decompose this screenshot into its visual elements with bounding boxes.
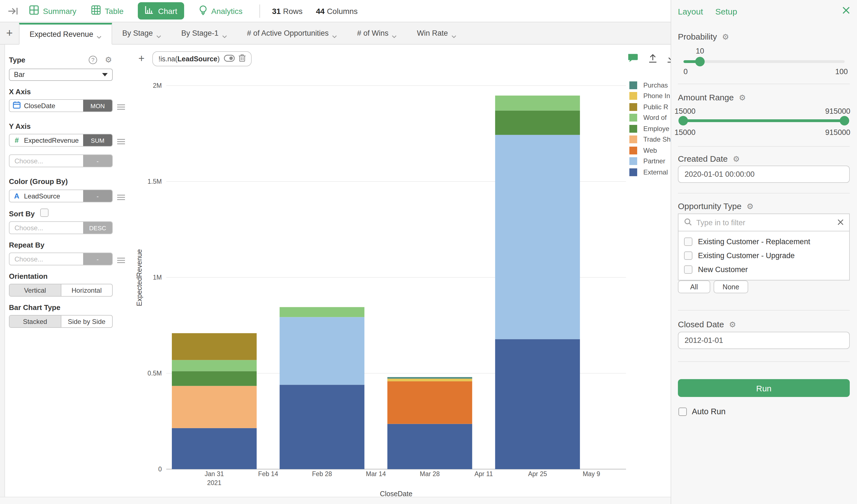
- panel-tab-setup[interactable]: Setup: [715, 7, 737, 16]
- bar-type-side-by-side[interactable]: Side by Side: [61, 316, 112, 327]
- probability-slider-thumb[interactable]: [695, 57, 705, 66]
- bar-segment[interactable]: [387, 377, 472, 379]
- amount-slider-thumb-high[interactable]: [840, 116, 849, 125]
- add-filter-button[interactable]: +: [138, 52, 145, 65]
- add-tab-button[interactable]: +: [0, 27, 19, 39]
- x-tick-label: Mar 14: [366, 470, 386, 477]
- bar-segment[interactable]: [172, 386, 257, 428]
- chevron-down-icon: [392, 32, 397, 35]
- bar-segment[interactable]: [495, 110, 580, 135]
- bar-segment[interactable]: [495, 339, 580, 469]
- option-checkbox[interactable]: [684, 238, 692, 246]
- comment-icon[interactable]: [628, 53, 639, 65]
- created-date-input[interactable]: 2020-01-01 00:00:00: [678, 166, 850, 183]
- amount-slider-track[interactable]: [679, 119, 848, 122]
- orientation-horizontal[interactable]: Horizontal: [61, 284, 112, 296]
- bar-segment[interactable]: [172, 428, 257, 469]
- gear-icon[interactable]: ⚙: [729, 320, 736, 328]
- list-item[interactable]: New Customer: [678, 263, 849, 277]
- legend-item[interactable]: Partner: [629, 156, 671, 167]
- view-summary[interactable]: Summary: [29, 5, 77, 17]
- tab-active-opportunities[interactable]: # of Active Opportunities: [237, 22, 347, 44]
- tab-by-stage[interactable]: By Stage: [112, 22, 171, 44]
- amount-slider-thumb-low[interactable]: [678, 116, 688, 125]
- run-button[interactable]: Run: [678, 379, 850, 397]
- tab-win-rate[interactable]: Win Rate: [407, 22, 467, 44]
- gear-icon[interactable]: ⚙: [105, 56, 112, 64]
- view-table[interactable]: Table: [91, 5, 123, 17]
- repeat-field[interactable]: Choose... -: [9, 253, 113, 265]
- list-item[interactable]: Existing Customer - Replacement: [678, 235, 849, 249]
- select-all-button[interactable]: All: [678, 280, 710, 293]
- amount-high-top: 915000: [825, 107, 850, 116]
- bar-segment[interactable]: [387, 424, 472, 469]
- legend-item[interactable]: Public R: [629, 102, 671, 112]
- y-axis-agg-badge[interactable]: SUM: [83, 134, 112, 146]
- legend-item[interactable]: External: [629, 167, 671, 177]
- sort-field[interactable]: Choose... DESC: [9, 221, 113, 234]
- legend-item[interactable]: Word of: [629, 112, 671, 123]
- bar-segment[interactable]: [387, 379, 472, 381]
- opportunity-type-search[interactable]: Type in to filter: [678, 213, 850, 231]
- repeat-agg-badge[interactable]: -: [83, 253, 112, 265]
- trash-icon[interactable]: [239, 54, 246, 64]
- x-axis-agg-badge[interactable]: MON: [83, 100, 112, 111]
- bar-segment[interactable]: [495, 95, 580, 111]
- legend-item[interactable]: Trade Sh: [629, 134, 671, 145]
- gear-icon[interactable]: ⚙: [739, 93, 746, 101]
- bar-segment[interactable]: [495, 135, 580, 339]
- horizontal-scrollbar[interactable]: [0, 497, 671, 504]
- y2-agg-badge[interactable]: -: [83, 155, 112, 167]
- tab-num-wins[interactable]: # of Wins: [347, 22, 407, 44]
- view-analytics[interactable]: Analytics: [198, 5, 242, 17]
- legend-item[interactable]: Employe: [629, 123, 671, 134]
- collapse-panel-icon[interactable]: [8, 6, 19, 16]
- y-axis-secondary-field[interactable]: Choose... -: [9, 154, 113, 167]
- bar-segment[interactable]: [280, 385, 364, 469]
- closed-date-value: 2012-01-01: [685, 336, 723, 345]
- bar-segment[interactable]: [172, 371, 257, 386]
- bar-segment[interactable]: [280, 307, 364, 317]
- gear-icon[interactable]: ⚙: [733, 155, 740, 162]
- toggle-visibility-icon[interactable]: [224, 54, 235, 63]
- option-checkbox[interactable]: [684, 265, 692, 274]
- auto-run-checkbox[interactable]: [678, 407, 687, 416]
- color-field[interactable]: A LeadSource -: [9, 190, 113, 202]
- bar-segment[interactable]: [172, 333, 257, 360]
- gear-icon[interactable]: ⚙: [722, 33, 729, 40]
- help-icon[interactable]: ?: [89, 56, 97, 64]
- clear-search-icon[interactable]: [838, 218, 844, 227]
- color-agg-badge[interactable]: -: [83, 190, 112, 202]
- upload-icon[interactable]: [648, 53, 657, 65]
- close-panel-icon[interactable]: [842, 6, 850, 16]
- closed-date-input[interactable]: 2012-01-01: [678, 332, 850, 349]
- sort-order-badge[interactable]: DESC: [83, 222, 112, 233]
- orientation-vertical[interactable]: Vertical: [10, 284, 61, 296]
- view-chart-active[interactable]: Chart: [138, 2, 184, 19]
- drag-handle-icon[interactable]: [117, 193, 125, 199]
- chart-type-select[interactable]: Bar: [9, 69, 113, 81]
- legend-item[interactable]: Web: [629, 145, 671, 156]
- drag-handle-icon[interactable]: [117, 137, 125, 144]
- drag-handle-icon[interactable]: [117, 256, 125, 263]
- legend-item[interactable]: Purchas: [629, 80, 671, 91]
- option-checkbox[interactable]: [684, 251, 692, 260]
- gear-icon[interactable]: ⚙: [746, 202, 754, 210]
- sort-by-checkbox[interactable]: [40, 209, 49, 217]
- tab-expected-revenue[interactable]: Expected Revenue: [19, 22, 112, 44]
- bar-segment[interactable]: [280, 317, 364, 385]
- x-tick-label: Mar 28: [420, 470, 440, 477]
- select-none-button[interactable]: None: [713, 280, 748, 293]
- panel-tab-layout[interactable]: Layout: [678, 7, 703, 16]
- filter-pill[interactable]: !is.na(LeadSource): [152, 51, 252, 66]
- y-axis-field[interactable]: # ExpectedRevenue SUM: [9, 134, 113, 146]
- probability-slider-track[interactable]: [684, 60, 845, 63]
- drag-handle-icon[interactable]: [117, 103, 125, 109]
- tab-by-stage-1[interactable]: By Stage-1: [171, 22, 237, 44]
- bar-type-stacked[interactable]: Stacked: [10, 316, 61, 327]
- x-axis-field[interactable]: CloseDate MON: [9, 99, 113, 112]
- bar-segment[interactable]: [387, 381, 472, 424]
- bar-segment[interactable]: [172, 360, 257, 371]
- list-item[interactable]: Existing Customer - Upgrade: [678, 249, 849, 263]
- legend-item[interactable]: Phone In: [629, 91, 671, 102]
